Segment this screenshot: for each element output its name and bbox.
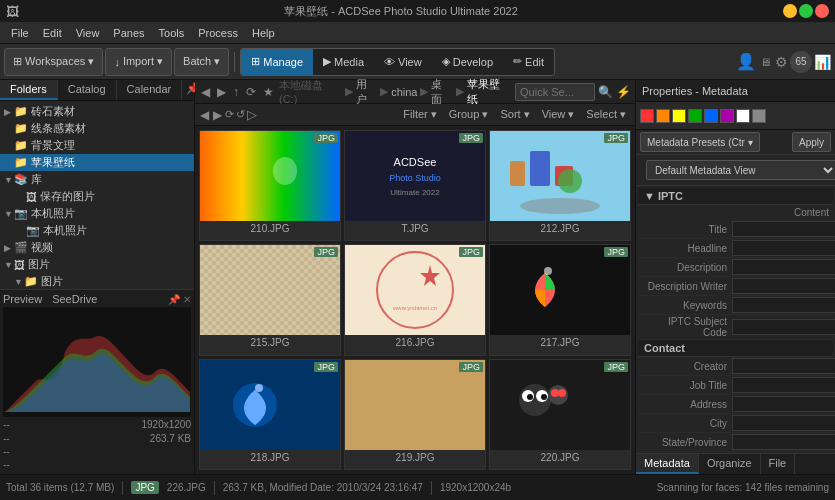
nav-back-btn[interactable]: ◀ — [199, 85, 212, 99]
tree-item-lineMaterial[interactable]: ▶ 📁 线条感素材 — [0, 120, 194, 137]
menu-tools[interactable]: Tools — [152, 25, 192, 41]
thumb-svg — [490, 360, 630, 450]
user-icon[interactable]: 👤 — [736, 52, 756, 71]
tree-item-library[interactable]: ▼ 📚 库 — [0, 171, 194, 188]
mode-view-btn[interactable]: 👁 View — [374, 49, 432, 75]
tree-item-pictures[interactable]: ▼ 🖼 图片 — [0, 256, 194, 273]
tree-item-bgTexture[interactable]: ▶ 📁 背景文理 — [0, 137, 194, 154]
preview-close-icon[interactable]: ✕ — [183, 294, 191, 305]
settings-icon[interactable]: ⚙ — [775, 54, 788, 70]
workspaces-btn[interactable]: ⊞ Workspaces ▾ — [4, 48, 103, 76]
grid-nav-next[interactable]: ▶ — [212, 108, 223, 122]
tree-item-appleWallpaper[interactable]: ▶ 📁 苹果壁纸 — [0, 154, 194, 171]
meta-keywords-input[interactable] — [732, 297, 835, 313]
color-swatch-yellow[interactable] — [672, 109, 686, 123]
preview-pin-icon[interactable]: 📌 — [168, 294, 180, 305]
list-item[interactable]: JPG 212.JPG — [489, 130, 631, 241]
color-swatch-green[interactable] — [688, 109, 702, 123]
tab-organize[interactable]: Organize — [699, 454, 761, 474]
batch-btn[interactable]: Batch ▾ — [174, 48, 229, 76]
mode-media-btn[interactable]: ▶ Media — [313, 49, 374, 75]
mode-develop-btn[interactable]: ◈ Develop — [432, 49, 503, 75]
color-swatch-white[interactable] — [736, 109, 750, 123]
addr-crumb-china[interactable]: china — [391, 86, 417, 98]
tab-file[interactable]: File — [761, 454, 796, 474]
chart-icon[interactable]: 📊 — [814, 54, 831, 70]
list-item[interactable]: JPG ACDSee Photo Studio Ultimate 2022 T.… — [344, 130, 486, 241]
metadata-view-select[interactable]: Default Metadata View — [646, 160, 835, 180]
tab-metadata[interactable]: Metadata — [636, 454, 699, 474]
select-btn[interactable]: Select ▾ — [581, 107, 631, 122]
import-btn[interactable]: ↓ Import ▾ — [105, 48, 172, 76]
meta-title-input[interactable] — [732, 221, 835, 237]
color-swatch-gray[interactable] — [752, 109, 766, 123]
list-item[interactable]: JPG 217.JPG — [489, 244, 631, 355]
nav-fwd-btn[interactable]: ▶ — [215, 85, 228, 99]
apply-btn[interactable]: Apply — [792, 132, 831, 152]
meta-description-label: Description — [642, 262, 732, 273]
view-btn[interactable]: View ▾ — [537, 107, 580, 122]
metadata-presets-btn[interactable]: Metadata Presets (Ctr ▾ — [640, 132, 760, 152]
color-swatch-orange[interactable] — [656, 109, 670, 123]
contact-section-header[interactable]: Contact — [638, 340, 833, 357]
mode-edit-btn[interactable]: ✏ Edit — [503, 49, 554, 75]
tree-item-localPhotos2[interactable]: ▶ 📷 本机照片 — [0, 222, 194, 239]
tree-item-videos[interactable]: ▶ 🎬 视频 — [0, 239, 194, 256]
preview-header: Preview SeeDrive 📌 ✕ — [3, 293, 191, 305]
meta-headline-input[interactable] — [732, 240, 835, 256]
meta-city-input[interactable] — [732, 415, 835, 431]
grid-nav-prev[interactable]: ◀ — [199, 108, 210, 122]
nav-home-btn[interactable]: ★ — [261, 85, 276, 99]
addr-crumb-wallpaper[interactable]: 苹果壁纸 — [467, 77, 509, 107]
menu-panes[interactable]: Panes — [106, 25, 151, 41]
menu-help[interactable]: Help — [245, 25, 282, 41]
mode-manage-btn[interactable]: ⊞ Manage — [241, 49, 313, 75]
filter-btn[interactable]: Filter ▾ — [398, 107, 442, 122]
meta-creator-input[interactable] — [732, 358, 835, 374]
meta-description-input[interactable] — [732, 259, 835, 275]
sync-icon[interactable]: ↺ — [236, 108, 245, 121]
meta-iptccode-input[interactable] — [732, 319, 835, 335]
refresh-icon[interactable]: ⟳ — [225, 108, 234, 121]
nav-up-btn[interactable]: ↑ — [231, 85, 241, 99]
group-btn[interactable]: Group ▾ — [444, 107, 494, 122]
jpg-badge: JPG — [604, 362, 628, 372]
list-item[interactable]: JPG www.yishimei.cn 216.JPG — [344, 244, 486, 355]
tree-item-pictures2[interactable]: ▼ 📁 图片 — [0, 273, 194, 289]
menu-file[interactable]: File — [4, 25, 36, 41]
menu-view[interactable]: View — [69, 25, 107, 41]
slideshow-icon[interactable]: ▷ — [247, 107, 257, 122]
iptc-section-header[interactable]: ▼ IPTC — [638, 188, 833, 205]
win-min-btn[interactable] — [783, 4, 797, 18]
list-item[interactable]: JPG 215.JPG — [199, 244, 341, 355]
meta-jobtitle-input[interactable] — [732, 377, 835, 393]
addr-crumb-desktop[interactable]: 桌面 — [431, 77, 452, 107]
tab-folders[interactable]: Folders — [0, 80, 58, 100]
tab-catalog[interactable]: Catalog — [58, 80, 117, 100]
quick-search-input[interactable] — [515, 83, 595, 101]
tree-item-savedPics[interactable]: ▶ 🖼 保存的图片 — [0, 188, 194, 205]
color-swatch-purple[interactable] — [720, 109, 734, 123]
list-item[interactable]: JPG 220.JPG — [489, 359, 631, 470]
menu-process[interactable]: Process — [191, 25, 245, 41]
list-item[interactable]: JPG 218.JPG — [199, 359, 341, 470]
tree-item-localPhotos[interactable]: ▼ 📷 本机照片 — [0, 205, 194, 222]
filter-icon[interactable]: ⚡ — [616, 85, 631, 99]
tab-calendar[interactable]: Calendar — [117, 80, 183, 100]
nav-refresh-btn[interactable]: ⟳ — [244, 85, 258, 99]
win-max-btn[interactable] — [799, 4, 813, 18]
meta-descwriter-input[interactable] — [732, 278, 835, 294]
color-swatch-blue[interactable] — [704, 109, 718, 123]
menu-edit[interactable]: Edit — [36, 25, 69, 41]
tree-item-stoneMaterial[interactable]: ▶ 📁 砖石素材 — [0, 103, 194, 120]
win-close-btn[interactable] — [815, 4, 829, 18]
list-item[interactable]: JPG 219.JPG — [344, 359, 486, 470]
meta-state-input[interactable] — [732, 434, 835, 450]
color-swatch-red[interactable] — [640, 109, 654, 123]
search-icon[interactable]: 🔍 — [598, 85, 613, 99]
metadata-section: ▼ IPTC Content Title Headline Descriptio… — [636, 186, 835, 453]
addr-crumb-user[interactable]: 用户 — [356, 77, 377, 107]
meta-address-input[interactable] — [732, 396, 835, 412]
list-item[interactable]: JPG — [199, 130, 341, 241]
sort-btn[interactable]: Sort ▾ — [495, 107, 534, 122]
